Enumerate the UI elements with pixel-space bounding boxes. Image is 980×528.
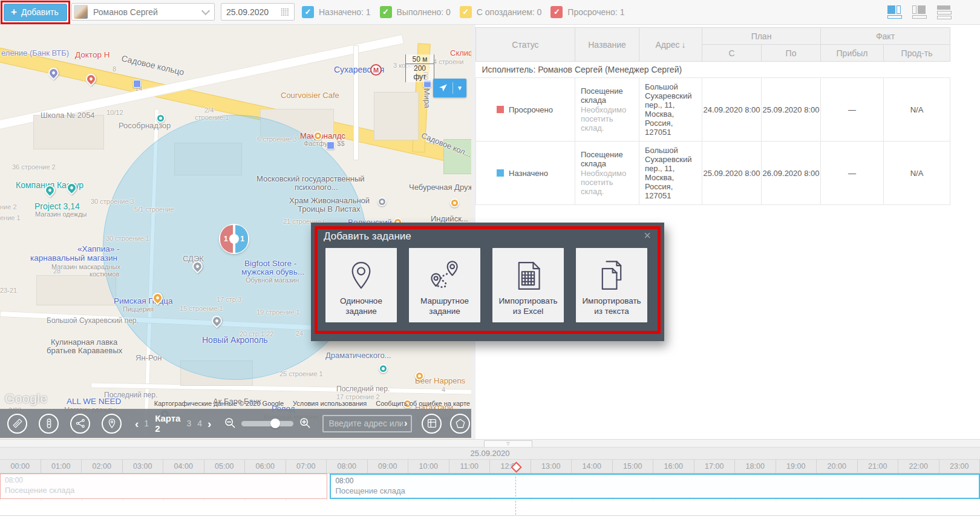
transit-stop-marker[interactable] [327, 142, 335, 149]
map-label: Чебуречная Друж... [409, 183, 471, 192]
col-address[interactable]: Адрес↓ [639, 28, 702, 62]
hour-tick: 17:00 [694, 460, 736, 473]
map-label: Фастфуд · $$ [304, 140, 345, 147]
map-page-2[interactable]: Карта 2 [155, 413, 180, 434]
map-attribution-link[interactable]: Сообщить об ошибке на карте [376, 400, 470, 407]
route-nodes-icon[interactable] [70, 414, 90, 434]
poi-marker[interactable] [379, 364, 388, 373]
ruler-icon[interactable] [7, 414, 27, 434]
modal-title: Добавить задание [324, 230, 411, 243]
card-label: Маршрутноезадание [420, 296, 469, 317]
address-go-icon[interactable]: › [404, 418, 407, 429]
gantt-task-bar[interactable]: 08:00Посещение склада [0, 474, 327, 499]
timeline-date: 25.09.2020 [470, 449, 509, 458]
map-label: 30 строение 1 [106, 235, 149, 242]
add-button-label: Добавить [21, 7, 59, 17]
page-next-icon[interactable]: › [207, 418, 211, 429]
chevron-down-icon[interactable]: ▼ [453, 85, 466, 91]
gov-poi-marker[interactable] [156, 114, 165, 123]
food-poi-marker[interactable] [450, 198, 459, 207]
marker-hole [418, 374, 421, 377]
plan-to-cell: 25.09.2020 8:00 [762, 78, 821, 142]
map-label: братьев Караваевых [47, 346, 122, 355]
status-filter-overdue[interactable]: ✓Просрочено: 1 [550, 6, 624, 18]
current-time-line [515, 474, 516, 515]
traffic-light-icon[interactable] [39, 414, 59, 434]
route-task-card[interactable]: Маршрутноезадание [409, 248, 480, 322]
home-icon[interactable] [450, 414, 470, 434]
bar-poi-marker[interactable] [415, 371, 424, 380]
navigation-arrow-icon [433, 83, 452, 93]
layout-map-table-view-button[interactable] [887, 5, 902, 19]
address-input[interactable] [327, 418, 404, 429]
map-attribution-link[interactable]: Условия использования [293, 400, 367, 407]
date-input[interactable]: 25.09.2020 [221, 3, 295, 21]
sort-desc-icon: ↓ [682, 40, 686, 50]
map-scale: 50 м 200 фут [405, 54, 434, 82]
close-icon[interactable]: × [640, 229, 655, 242]
add-button-highlight: + Добавить [1, 1, 70, 24]
task-cluster-marker[interactable]: 1 1 [220, 225, 248, 253]
task-table: Статус Название Адрес↓ План Факт С По Пр… [475, 27, 950, 205]
col-plan-from[interactable]: С [702, 45, 762, 62]
map-page-1[interactable]: 1 [144, 419, 149, 428]
zoom-slider-knob[interactable] [270, 419, 280, 428]
zoom-slider[interactable] [241, 421, 293, 426]
map-page-3[interactable]: 3 [186, 419, 191, 428]
single-task-card[interactable]: Одиночноезадание [325, 248, 397, 322]
gantt-task-bar[interactable]: 08:00Посещение склада [330, 474, 980, 499]
hour-tick: 15:00 [613, 460, 654, 473]
route-icon [428, 259, 461, 294]
checkbox-assigned[interactable]: ✓ [302, 6, 314, 18]
church-poi-marker[interactable] [377, 197, 387, 206]
checkbox-late[interactable]: ✓ [460, 6, 472, 18]
task-row[interactable]: ПросроченоПосещение складаНеобходимо пос… [476, 78, 950, 142]
map-label: Индийск... [431, 214, 468, 223]
zoom-out-icon[interactable] [223, 416, 237, 431]
map-attribution-link[interactable]: Картографические данные © 2020 Google [154, 400, 284, 407]
import-map-icon[interactable] [422, 414, 442, 434]
calendar-icon[interactable] [281, 8, 289, 16]
metro-station-marker[interactable]: М [370, 64, 382, 76]
map-label: Школа № 2054 [41, 111, 95, 120]
col-fact-duration[interactable]: Прод-ть [884, 45, 950, 62]
road [353, 45, 359, 160]
checkbox-overdue[interactable]: ✓ [550, 6, 563, 18]
collapse-handle[interactable]: ▽ [484, 440, 532, 447]
plan-from-cell: 25.09.2020 8:00 [702, 142, 762, 205]
pin-icon[interactable] [102, 414, 122, 434]
task-row[interactable]: НазначеноПосещение складаНеобходимо посе… [476, 142, 950, 205]
hour-tick: 11:00 [449, 460, 491, 473]
status-filter-done[interactable]: ✓Выполнено: 0 [380, 6, 451, 18]
page-prev-icon[interactable]: ‹ [135, 418, 139, 429]
layout-rows-view-button[interactable] [937, 5, 952, 19]
col-fact-arrived[interactable]: Прибыл [821, 45, 884, 62]
name-cell: Посещение складаНеобходимо посетить скла… [575, 78, 639, 142]
hour-tick: 00:00 [0, 460, 41, 473]
checkbox-done[interactable]: ✓ [380, 6, 392, 18]
plan-to-cell: 26.09.2020 8:00 [762, 142, 821, 205]
timeline-panel: ▽ 25.09.2020 00:0001:0002:0003:0004:0005… [0, 439, 980, 528]
food-poi-marker[interactable] [313, 131, 322, 140]
map-label: Римская Пицца [114, 296, 173, 305]
building-block [33, 115, 104, 149]
map-page-4[interactable]: 4 [197, 419, 202, 428]
navigate-button[interactable]: ▼ [433, 79, 466, 97]
hour-tick: 23:00 [939, 460, 980, 473]
status-filter-late[interactable]: ✓С опозданием: 0 [460, 6, 542, 18]
zoom-in-icon[interactable] [298, 416, 312, 431]
col-name[interactable]: Название [575, 28, 639, 62]
import-excel-card[interactable]: Импортироватьиз Excel [492, 248, 564, 322]
col-status[interactable]: Статус [476, 28, 575, 62]
group-label: Исполнитель: Романов Сергей (Менеджер Се… [476, 62, 950, 78]
status-filter-assigned[interactable]: ✓Назначено: 1 [302, 6, 371, 18]
marker-hole [155, 296, 160, 300]
import-text-card[interactable]: Импортироватьиз текста [576, 248, 647, 322]
add-button[interactable]: + Добавить [4, 4, 67, 21]
executor-select[interactable]: Романов Сергей [71, 3, 215, 21]
transit-stop-marker[interactable] [133, 80, 141, 88]
excel-doc-icon [512, 259, 544, 294]
layout-table-map-view-button[interactable] [912, 5, 927, 19]
hour-tick: 09:00 [368, 460, 409, 473]
col-plan-to[interactable]: По [762, 45, 821, 62]
